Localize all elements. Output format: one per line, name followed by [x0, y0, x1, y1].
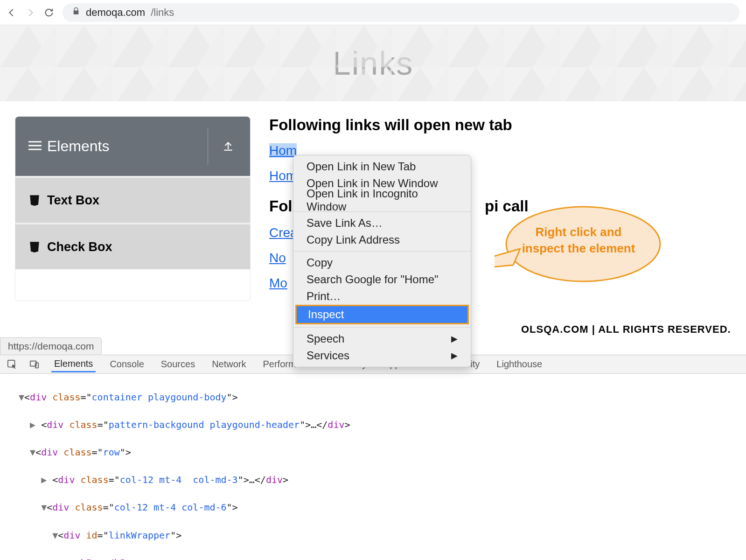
ctx-open-incognito[interactable]: Open Link in Incognito Window	[293, 192, 471, 209]
sidebar-header-label: Elements	[47, 138, 109, 155]
devtools-tab-lighthouse[interactable]: Lighthouse	[494, 357, 545, 371]
chevron-right-icon: ▶	[451, 334, 458, 344]
status-bar-link-preview: https://demoqa.com	[0, 337, 102, 355]
url-host: demoqa.com	[86, 7, 145, 19]
sidebar-item-label: Text Box	[47, 193, 99, 208]
devtools-tab-network[interactable]: Network	[209, 357, 249, 371]
ctx-separator	[293, 251, 471, 252]
ctx-open-new-tab[interactable]: Open Link in New Tab	[293, 158, 471, 175]
hamburger-icon	[28, 140, 42, 153]
devtools-panel: Elements Console Sources Network Perform…	[0, 355, 746, 560]
dom-tree[interactable]: ▼<div class="container playgound-body"> …	[0, 374, 746, 560]
devtools-tab-console[interactable]: Console	[107, 357, 146, 371]
forward-icon[interactable]	[25, 7, 35, 18]
annotation-callout: Right click andinspect the element	[495, 200, 662, 293]
ctx-speech[interactable]: Speech▶	[293, 330, 471, 347]
ctx-print[interactable]: Print…	[293, 288, 471, 305]
heading-new-tab: Following links will open new tab	[269, 116, 731, 134]
reload-icon[interactable]	[44, 7, 54, 18]
device-toggle-icon[interactable]	[29, 359, 40, 370]
sidebar: Elements Text Box Check Box	[15, 116, 251, 301]
context-menu: Open Link in New Tab Open Link in New Wi…	[293, 155, 471, 367]
ctx-copy-link-address[interactable]: Copy Link Address	[293, 231, 471, 248]
sidebar-item-text-box[interactable]: Text Box	[15, 176, 250, 223]
banner-pattern	[0, 25, 746, 101]
browser-toolbar: demoqa.com/links	[0, 0, 746, 25]
lock-icon	[72, 7, 80, 19]
html5-icon	[28, 194, 41, 206]
footer-text-fragment: OLSQA.COM | ALL RIGHTS RESERVED.	[521, 323, 731, 336]
url-path: /links	[151, 7, 174, 19]
sidebar-divider	[208, 128, 208, 165]
collapse-icon[interactable]	[222, 140, 234, 154]
svg-rect-2	[0, 25, 746, 101]
ctx-copy[interactable]: Copy	[293, 254, 471, 271]
ctx-services[interactable]: Services▶	[293, 347, 471, 364]
ctx-separator	[293, 327, 471, 328]
back-icon[interactable]	[7, 7, 17, 18]
page-banner: Links	[0, 25, 746, 101]
annotation-text: Right click andinspect the element	[518, 224, 639, 257]
sidebar-item-label: Check Box	[47, 240, 112, 254]
devtools-tab-elements[interactable]: Elements	[51, 357, 96, 372]
address-bar[interactable]: demoqa.com/links	[63, 3, 739, 22]
chevron-right-icon: ▶	[451, 350, 458, 361]
svg-rect-9	[35, 363, 38, 368]
sidebar-item-check-box[interactable]: Check Box	[15, 223, 250, 269]
sidebar-header-elements[interactable]: Elements	[15, 117, 250, 176]
ctx-save-link-as[interactable]: Save Link As…	[293, 215, 471, 231]
inspect-element-icon[interactable]	[7, 359, 18, 370]
link-home[interactable]: Hom	[269, 143, 297, 158]
ctx-search-google[interactable]: Search Google for "Home"	[293, 271, 471, 288]
devtools-tab-sources[interactable]: Sources	[158, 357, 198, 371]
ctx-inspect[interactable]: Inspect	[295, 305, 469, 324]
html5-icon	[28, 241, 41, 253]
